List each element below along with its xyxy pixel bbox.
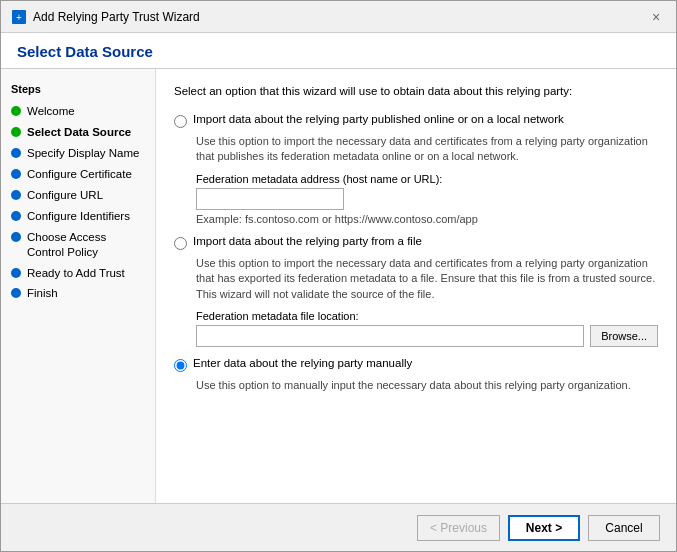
sidebar-item-choose-access-control[interactable]: Choose Access Control Policy: [1, 227, 155, 263]
svg-text:+: +: [16, 12, 22, 23]
option1-row: Import data about the relying party publ…: [174, 113, 658, 128]
option2-radio[interactable]: [174, 237, 187, 250]
sidebar-header: Steps: [1, 79, 155, 101]
sidebar-item-ready-to-add-trust[interactable]: Ready to Add Trust: [1, 263, 155, 284]
step-dot-configure-url: [11, 190, 21, 200]
option3-desc: Use this option to manually input the ne…: [196, 378, 658, 393]
sidebar-label-finish: Finish: [27, 286, 58, 301]
sidebar-item-configure-certificate[interactable]: Configure Certificate: [1, 164, 155, 185]
footer: < Previous Next > Cancel: [1, 503, 676, 551]
option1-desc: Use this option to import the necessary …: [196, 134, 658, 165]
federation-metadata-address-input[interactable]: [196, 188, 344, 210]
cancel-button[interactable]: Cancel: [588, 515, 660, 541]
instruction-text: Select an option that this wizard will u…: [174, 83, 658, 99]
step-dot-finish: [11, 288, 21, 298]
sidebar-item-configure-url[interactable]: Configure URL: [1, 185, 155, 206]
option1-field-group: Federation metadata address (host name o…: [196, 173, 658, 225]
federation-metadata-file-input[interactable]: [196, 325, 584, 347]
sidebar-label-configure-url: Configure URL: [27, 188, 103, 203]
step-dot-select-data-source: [11, 127, 21, 137]
titlebar: + Add Relying Party Trust Wizard ×: [1, 1, 676, 33]
sidebar-label-welcome: Welcome: [27, 104, 75, 119]
titlebar-left: + Add Relying Party Trust Wizard: [11, 9, 200, 25]
step-dot-configure-certificate: [11, 169, 21, 179]
sidebar-label-specify-display-name: Specify Display Name: [27, 146, 139, 161]
sidebar-item-specify-display-name[interactable]: Specify Display Name: [1, 143, 155, 164]
wizard-icon: +: [11, 9, 27, 25]
step-dot-specify-display-name: [11, 148, 21, 158]
next-button[interactable]: Next >: [508, 515, 580, 541]
option2-field-group: Federation metadata file location: Brows…: [196, 310, 658, 347]
sidebar-item-select-data-source[interactable]: Select Data Source: [1, 122, 155, 143]
option2-field-label: Federation metadata file location:: [196, 310, 658, 322]
sidebar-item-finish[interactable]: Finish: [1, 283, 155, 304]
step-dot-welcome: [11, 106, 21, 116]
option1-label[interactable]: Import data about the relying party publ…: [193, 113, 564, 125]
option3-row: Enter data about the relying party manua…: [174, 357, 658, 372]
browse-button[interactable]: Browse...: [590, 325, 658, 347]
option3-radio[interactable]: [174, 359, 187, 372]
content-area: Steps Welcome Select Data Source Specify…: [1, 69, 676, 503]
sidebar: Steps Welcome Select Data Source Specify…: [1, 69, 156, 503]
option1-field-label: Federation metadata address (host name o…: [196, 173, 658, 185]
main-panel: Select an option that this wizard will u…: [156, 69, 676, 503]
option1-field-example: Example: fs.contoso.com or https://www.c…: [196, 213, 658, 225]
option1-radio[interactable]: [174, 115, 187, 128]
option2-desc: Use this option to import the necessary …: [196, 256, 658, 302]
option2-row: Import data about the relying party from…: [174, 235, 658, 250]
sidebar-label-choose-access-control: Choose Access Control Policy: [27, 230, 145, 260]
sidebar-label-ready-to-add-trust: Ready to Add Trust: [27, 266, 125, 281]
sidebar-item-welcome[interactable]: Welcome: [1, 101, 155, 122]
sidebar-label-select-data-source: Select Data Source: [27, 125, 131, 140]
previous-button[interactable]: < Previous: [417, 515, 500, 541]
step-dot-ready-to-add-trust: [11, 268, 21, 278]
page-header: Select Data Source: [1, 33, 676, 69]
sidebar-item-configure-identifiers[interactable]: Configure Identifiers: [1, 206, 155, 227]
window-title: Add Relying Party Trust Wizard: [33, 10, 200, 24]
sidebar-label-configure-identifiers: Configure Identifiers: [27, 209, 130, 224]
page-title: Select Data Source: [17, 43, 660, 60]
step-dot-choose-access-control: [11, 232, 21, 242]
option3-label[interactable]: Enter data about the relying party manua…: [193, 357, 412, 369]
option2-label[interactable]: Import data about the relying party from…: [193, 235, 422, 247]
option2-input-row: Browse...: [196, 325, 658, 347]
close-button[interactable]: ×: [646, 7, 666, 27]
wizard-window: + Add Relying Party Trust Wizard × Selec…: [0, 0, 677, 552]
sidebar-label-configure-certificate: Configure Certificate: [27, 167, 132, 182]
step-dot-configure-identifiers: [11, 211, 21, 221]
